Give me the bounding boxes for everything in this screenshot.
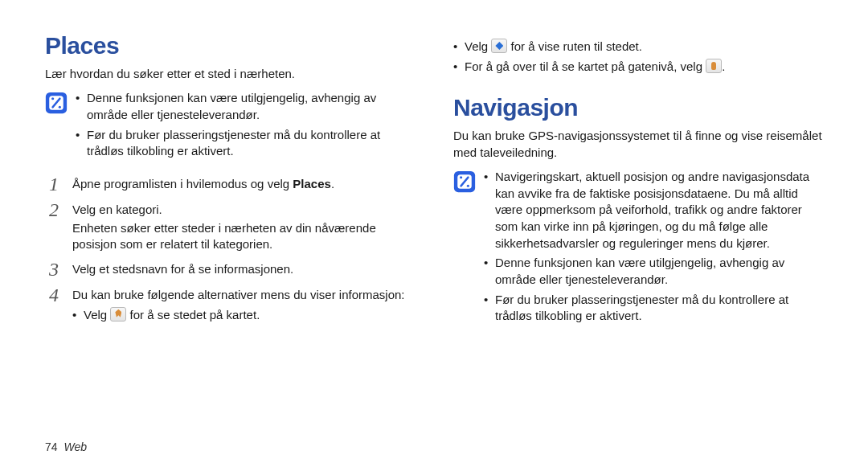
- step-text: .: [331, 177, 334, 190]
- navigasjon-intro: Du kan bruke GPS-navigasjonssystemet til…: [453, 128, 823, 161]
- navigasjon-note-block: Navigeringskart, aktuell posisjon og and…: [453, 169, 823, 328]
- sub-text: for å vise ruten til stedet.: [507, 39, 642, 53]
- step-text: Åpne programlisten i hvilemodus og velg: [72, 177, 293, 190]
- right-column: Velg for å vise ruten til stedet. For å …: [453, 32, 823, 339]
- sub-text: For å gå over til å se kartet på gateniv…: [465, 59, 706, 73]
- step-1: 1 Åpne programlisten i hvilemodus og vel…: [45, 174, 415, 194]
- note-item: Denne funksjonen kan være utilgjengelig,…: [484, 255, 823, 288]
- step-number: 2: [45, 200, 63, 253]
- svg-point-3: [59, 106, 61, 109]
- step-body: Velg et stedsnavn for å se informasjonen…: [72, 260, 415, 279]
- step-body: Du kan bruke følgende alternativer mens …: [72, 285, 415, 326]
- map-pin-icon: [110, 307, 126, 322]
- sub-item: Velg for å vise ruten til stedet.: [453, 39, 823, 55]
- heading-navigasjon: Navigasjon: [453, 94, 823, 121]
- sub-text: .: [722, 59, 725, 73]
- step-4-subitems: Velg for å se stedet på kartet.: [72, 307, 415, 324]
- sub-item: For å gå over til å se kartet på gateniv…: [453, 59, 823, 76]
- step-2: 2 Velg en kategori. Enheten søker etter …: [45, 200, 415, 253]
- step-3: 3 Velg et stedsnavn for å se informasjon…: [45, 260, 415, 279]
- section-name: Web: [64, 440, 88, 453]
- step-text: Du kan bruke følgende alternativer mens …: [72, 288, 405, 301]
- step-number: 4: [45, 285, 63, 326]
- places-steps: 1 Åpne programlisten i hvilemodus og vel…: [45, 174, 415, 326]
- page-number: 74: [45, 440, 58, 453]
- note-item: Før du bruker plasseringstjenester må du…: [484, 292, 823, 325]
- step-extra-text: Enheten søker etter steder i nærheten av…: [72, 220, 415, 253]
- right-top-items: Velg for å vise ruten til stedet. For å …: [453, 39, 823, 75]
- step-body: Åpne programlisten i hvilemodus og velg …: [72, 174, 415, 194]
- note-icon: [453, 170, 476, 193]
- streetview-icon: [706, 59, 722, 73]
- step-number: 1: [45, 174, 63, 194]
- page-footer: 74Web: [45, 440, 87, 453]
- sub-text: Velg: [465, 39, 491, 53]
- note-item: Før du bruker plasseringstjenester må du…: [76, 127, 415, 160]
- page-content: Places Lær hvordan du søker etter et ste…: [0, 0, 868, 339]
- sub-text: for å se stedet på kartet.: [126, 308, 260, 322]
- heading-places: Places: [45, 32, 415, 59]
- places-note-block: Denne funksjonen kan være utilgjengelig,…: [45, 90, 415, 163]
- sub-text: Velg: [84, 308, 110, 322]
- step-number: 3: [45, 260, 63, 279]
- step-bold: Places: [293, 177, 331, 190]
- places-note-list: Denne funksjonen kan være utilgjengelig,…: [76, 90, 415, 163]
- svg-point-6: [460, 176, 462, 178]
- svg-point-7: [467, 185, 469, 187]
- note-icon: [45, 92, 68, 114]
- navigasjon-note-list: Navigeringskart, aktuell posisjon og and…: [484, 169, 823, 328]
- route-icon: [491, 39, 507, 53]
- left-column: Places Lær hvordan du søker etter et ste…: [45, 32, 415, 339]
- note-item: Navigeringskart, aktuell posisjon og and…: [484, 169, 823, 252]
- note-item: Denne funksjonen kan være utilgjengelig,…: [76, 90, 415, 123]
- step-text: Velg en kategori.: [72, 203, 162, 216]
- svg-point-2: [51, 97, 54, 100]
- sub-item: Velg for å se stedet på kartet.: [72, 307, 415, 324]
- step-body: Velg en kategori. Enheten søker etter st…: [72, 200, 415, 253]
- places-intro: Lær hvordan du søker etter et sted i nær…: [45, 66, 415, 82]
- step-4: 4 Du kan bruke følgende alternativer men…: [45, 285, 415, 326]
